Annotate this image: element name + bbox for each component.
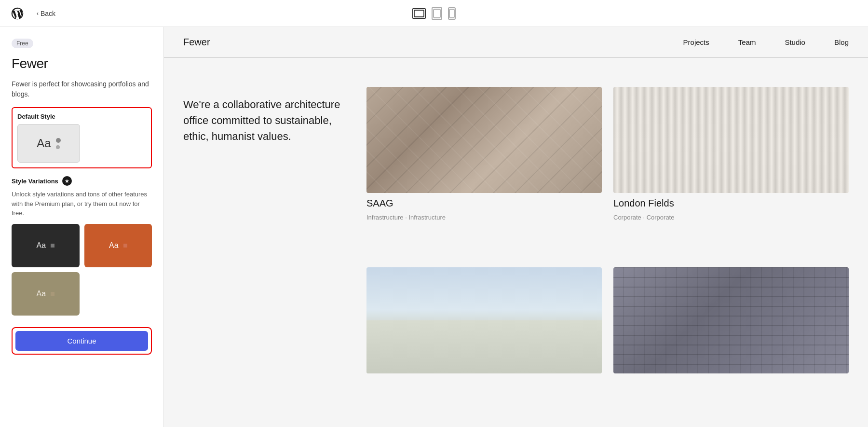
back-button[interactable]: ‹ Back xyxy=(33,8,59,19)
preview-nav-brand: Fewer xyxy=(183,37,683,48)
project-card-3 xyxy=(366,267,602,408)
wordpress-logo xyxy=(10,6,25,21)
svg-rect-1 xyxy=(414,10,424,17)
theme-title: Fewer xyxy=(12,56,152,71)
nav-link-studio[interactable]: Studio xyxy=(785,38,805,46)
project-tags-london: Corporate · Corporate xyxy=(613,214,849,221)
dot-small xyxy=(56,145,60,149)
dot xyxy=(51,292,54,296)
theme-preview: Fewer Projects Team Studio Blog We're a … xyxy=(164,27,868,427)
default-style-section: Default Style Aa xyxy=(12,107,152,168)
project-image-london xyxy=(613,87,849,193)
preview-area: Fewer Projects Team Studio Blog We're a … xyxy=(164,27,868,427)
arch-image-2 xyxy=(613,87,849,193)
project-image-4 xyxy=(613,267,849,373)
main-content: Free Fewer Fewer is perfect for showcasi… xyxy=(0,27,868,427)
mobile-view-button[interactable] xyxy=(448,7,456,20)
arch-image-1 xyxy=(366,87,602,193)
svg-rect-3 xyxy=(449,9,454,18)
style-variations-label: Style Variations xyxy=(12,178,58,185)
continue-button-wrapper: Continue xyxy=(12,327,152,355)
project-tags-saag: Infrastructure · Infrastructure xyxy=(366,214,602,221)
style-dots xyxy=(56,138,61,149)
top-bar: ‹ Back xyxy=(0,0,868,27)
nav-link-blog[interactable]: Blog xyxy=(834,38,849,46)
variation-card-dark[interactable]: Aa xyxy=(12,224,80,267)
continue-button[interactable]: Continue xyxy=(15,331,148,351)
preview-nav-links: Projects Team Studio Blog xyxy=(683,38,849,46)
back-chevron-icon: ‹ xyxy=(37,10,39,17)
nav-link-team[interactable]: Team xyxy=(738,38,756,46)
dot-large xyxy=(56,138,61,143)
preview-hero-text: We're a collaborative architecture offic… xyxy=(183,96,347,144)
variation-orange-dots xyxy=(123,244,127,248)
desktop-view-button[interactable] xyxy=(412,8,426,19)
default-style-label: Default Style xyxy=(17,113,146,120)
free-badge: Free xyxy=(12,39,152,48)
variation-dark-dots xyxy=(51,244,54,248)
variation-card-orange[interactable]: Aa xyxy=(84,224,152,267)
svg-rect-2 xyxy=(434,9,440,18)
arch-image-4 xyxy=(613,267,849,373)
tablet-view-button[interactable] xyxy=(432,7,442,20)
style-card-text: Aa xyxy=(37,137,51,150)
default-style-card[interactable]: Aa xyxy=(17,124,80,163)
arch-image-3 xyxy=(366,267,602,373)
style-variations-header: Style Variations ★ xyxy=(12,176,152,186)
variation-orange-text: Aa xyxy=(109,241,119,250)
preview-body: We're a collaborative architecture offic… xyxy=(164,58,868,427)
variation-dark-text: Aa xyxy=(36,241,46,250)
project-title-london: London Fields xyxy=(613,198,849,209)
dot xyxy=(123,244,127,248)
variation-tan-dots xyxy=(51,292,54,296)
project-card-london: London Fields Corporate · Corporate xyxy=(613,87,849,256)
projects-grid: SAAG Infrastructure · Infrastructure Lon… xyxy=(366,87,849,408)
project-card-4 xyxy=(613,267,849,408)
nav-link-projects[interactable]: Projects xyxy=(683,38,709,46)
project-image-saag xyxy=(366,87,602,193)
back-label: Back xyxy=(41,10,55,17)
project-card-saag: SAAG Infrastructure · Infrastructure xyxy=(366,87,602,256)
device-switcher xyxy=(412,7,456,20)
sidebar: Free Fewer Fewer is perfect for showcasi… xyxy=(0,27,164,427)
variation-tan-text: Aa xyxy=(36,289,46,298)
project-image-3 xyxy=(366,267,602,373)
theme-description: Fewer is perfect for showcasing portfoli… xyxy=(12,79,152,99)
variation-card-tan[interactable]: Aa xyxy=(12,272,80,316)
premium-star-icon: ★ xyxy=(62,176,72,186)
preview-nav: Fewer Projects Team Studio Blog xyxy=(164,27,868,58)
dot xyxy=(51,244,54,248)
variations-grid: Aa Aa Aa xyxy=(12,224,152,316)
style-variations-section: Style Variations ★ Unlock style variatio… xyxy=(12,176,152,316)
preview-hero-column: We're a collaborative architecture offic… xyxy=(183,87,347,408)
project-title-saag: SAAG xyxy=(366,198,602,209)
style-variations-description: Unlock style variations and tons of othe… xyxy=(12,190,152,218)
